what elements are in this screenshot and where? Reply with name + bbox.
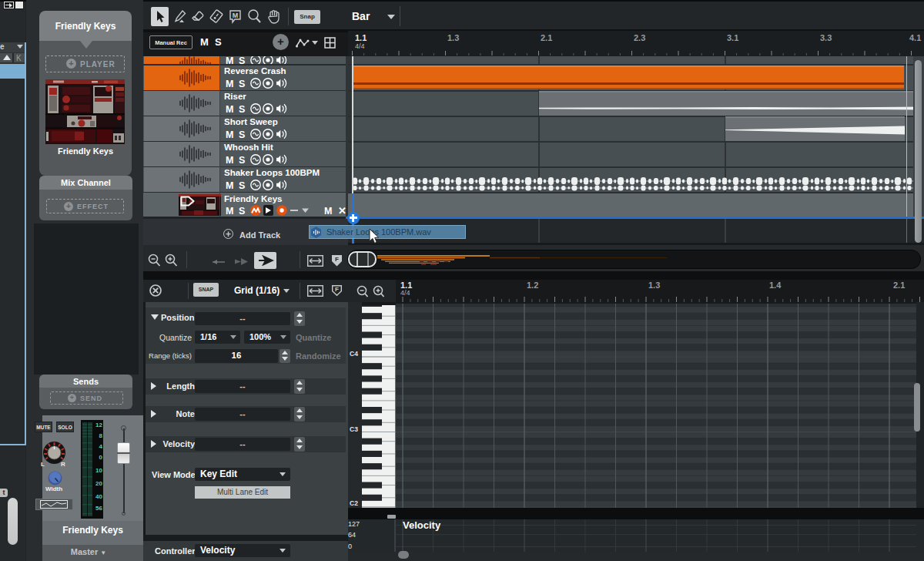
svg-text:S: S: [239, 206, 245, 217]
svg-text:2.3: 2.3: [634, 33, 645, 42]
svg-text:✕: ✕: [338, 205, 346, 217]
svg-text:M: M: [233, 12, 239, 19]
svg-text:1.3: 1.3: [447, 33, 459, 42]
svg-text:F: F: [335, 256, 339, 263]
svg-text:1.1: 1.1: [355, 33, 367, 42]
svg-text:F: F: [335, 286, 339, 293]
svg-text:2.1: 2.1: [541, 33, 552, 42]
svg-text:3.1: 3.1: [727, 33, 738, 42]
svg-text:M: M: [324, 206, 332, 217]
svg-text:3.3: 3.3: [820, 33, 832, 42]
svg-text:4.1: 4.1: [909, 33, 921, 42]
svg-text:4/4: 4/4: [355, 42, 365, 50]
svg-text:M: M: [226, 206, 233, 217]
